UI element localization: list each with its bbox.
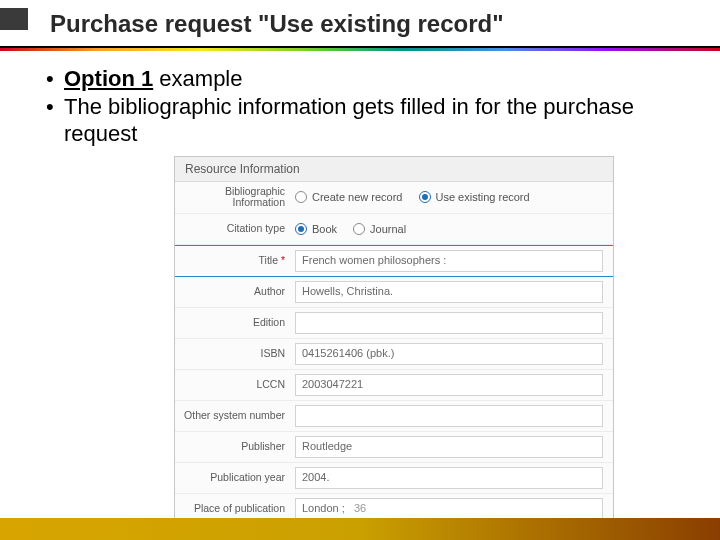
slide-body: • Option 1 example • The bibliographic i… xyxy=(0,51,720,540)
label-title: Title * xyxy=(175,255,295,267)
row-isbn: ISBN 0415261406 (pbk.) xyxy=(175,339,613,370)
input-publisher[interactable]: Routledge xyxy=(295,436,603,458)
bullet-item: • Option 1 example xyxy=(46,65,674,93)
radio-create-new[interactable]: Create new record xyxy=(295,191,403,203)
bullet-emphasis: Option 1 xyxy=(64,66,153,91)
radio-label: Book xyxy=(312,223,337,235)
label-publication-year: Publication year xyxy=(175,472,295,484)
radio-label: Create new record xyxy=(312,191,403,203)
bullet-text: Option 1 example xyxy=(64,65,243,93)
input-publication-year[interactable]: 2004. xyxy=(295,467,603,489)
label-biblio: Bibliographic Information xyxy=(175,186,295,209)
row-bibliographic-info: Bibliographic Information Create new rec… xyxy=(175,182,613,214)
label-publisher: Publisher xyxy=(175,441,295,453)
row-publication-year: Publication year 2004. xyxy=(175,463,613,494)
label-edition: Edition xyxy=(175,317,295,329)
row-citation-type: Citation type Book Journal xyxy=(175,214,613,245)
label-author: Author xyxy=(175,286,295,298)
slide-header: Purchase request "Use existing record" xyxy=(0,0,720,44)
radio-icon xyxy=(353,223,365,235)
label-other-system: Other system number xyxy=(175,410,295,422)
radio-book[interactable]: Book xyxy=(295,223,337,235)
label-isbn: ISBN xyxy=(175,348,295,360)
bullet-text: The bibliographic information gets fille… xyxy=(64,93,674,148)
input-title[interactable]: French women philosophers : xyxy=(295,250,603,272)
input-other-system[interactable] xyxy=(295,405,603,427)
row-other-system: Other system number xyxy=(175,401,613,432)
input-isbn[interactable]: 0415261406 (pbk.) xyxy=(295,343,603,365)
page-number: 36 xyxy=(0,502,720,514)
input-lccn[interactable]: 2003047221 xyxy=(295,374,603,396)
label-title-text: Title xyxy=(259,254,278,266)
radio-label: Journal xyxy=(370,223,406,235)
slide-title: Purchase request "Use existing record" xyxy=(50,10,680,38)
radio-journal[interactable]: Journal xyxy=(353,223,406,235)
bullet-rest: example xyxy=(153,66,242,91)
bullet-marker: • xyxy=(46,65,64,93)
screenshot-panel: Resource Information Bibliographic Infor… xyxy=(174,156,614,541)
radio-use-existing[interactable]: Use existing record xyxy=(419,191,530,203)
row-publisher: Publisher Routledge xyxy=(175,432,613,463)
bullet-list: • Option 1 example • The bibliographic i… xyxy=(46,65,674,148)
row-title: Title * French women philosophers : xyxy=(175,245,613,277)
row-edition: Edition xyxy=(175,308,613,339)
input-author[interactable]: Howells, Christina. xyxy=(295,281,603,303)
radio-icon xyxy=(419,191,431,203)
radio-icon xyxy=(295,223,307,235)
radio-icon xyxy=(295,191,307,203)
bullet-marker: • xyxy=(46,93,64,148)
required-marker: * xyxy=(281,254,285,266)
radio-label: Use existing record xyxy=(436,191,530,203)
header-accent-square xyxy=(0,8,28,30)
footer-bar xyxy=(0,518,720,540)
row-author: Author Howells, Christina. xyxy=(175,277,613,308)
label-lccn: LCCN xyxy=(175,379,295,391)
row-lccn: LCCN 2003047221 xyxy=(175,370,613,401)
slide: Purchase request "Use existing record" •… xyxy=(0,0,720,540)
label-citation-type: Citation type xyxy=(175,223,295,235)
input-edition[interactable] xyxy=(295,312,603,334)
bullet-item: • The bibliographic information gets fil… xyxy=(46,93,674,148)
panel-header: Resource Information xyxy=(175,157,613,182)
